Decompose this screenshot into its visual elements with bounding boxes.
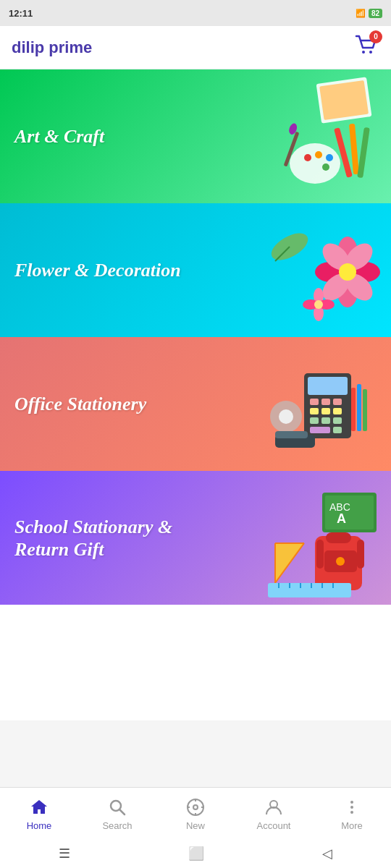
nav-label-home: Home: [27, 820, 52, 831]
svg-point-1: [369, 51, 372, 54]
system-back-icon[interactable]: ◁: [322, 846, 332, 861]
battery-indicator: 82: [369, 9, 382, 18]
svg-rect-38: [321, 408, 330, 414]
svg-point-9: [315, 151, 322, 158]
nav-label-search: Search: [102, 820, 132, 831]
svg-point-77: [194, 806, 197, 809]
header: dilip prime 0: [0, 26, 391, 69]
categories-list: Art & Craft Flower & Decoration: [0, 69, 391, 605]
svg-rect-42: [333, 417, 342, 424]
svg-rect-3: [319, 80, 369, 120]
svg-rect-5: [349, 124, 359, 174]
svg-rect-46: [357, 384, 361, 431]
cart-button[interactable]: 0: [353, 33, 379, 62]
nav-label-account: Account: [257, 820, 291, 831]
svg-point-49: [279, 409, 293, 424]
system-menu-icon[interactable]: ☰: [59, 846, 70, 861]
svg-line-74: [119, 809, 125, 814]
app-title: dilip prime: [12, 38, 92, 57]
svg-point-8: [304, 154, 311, 161]
svg-point-84: [350, 806, 353, 809]
svg-point-10: [326, 154, 333, 161]
category-label-art-craft: Art & Craft: [14, 125, 104, 148]
svg-rect-41: [321, 417, 330, 424]
bottom-navigation: Home Search New Account: [0, 787, 391, 839]
more-icon: [342, 797, 362, 817]
system-nav-bar: ☰ ⬜ ◁: [0, 839, 391, 868]
nav-item-home[interactable]: Home: [10, 797, 68, 831]
category-label-flower-decoration: Flower & Decoration: [14, 259, 181, 281]
nav-item-search[interactable]: Search: [88, 797, 146, 831]
svg-rect-60: [316, 540, 324, 569]
signal-icon: 📶: [356, 9, 366, 18]
status-bar: 12:11 📶 82: [0, 0, 391, 26]
category-banner-art-craft[interactable]: Art & Craft: [0, 69, 391, 203]
svg-point-25: [339, 263, 356, 281]
category-banner-office-stationery[interactable]: Office Stationery: [0, 337, 391, 471]
svg-point-0: [362, 51, 365, 54]
category-banner-school-stationary[interactable]: School Stationary & Return Gift ABC A: [0, 471, 391, 605]
status-time: 12:11: [9, 8, 33, 19]
svg-rect-43: [310, 427, 330, 433]
svg-rect-47: [363, 389, 367, 431]
cart-count: 0: [369, 30, 382, 43]
svg-rect-66: [268, 583, 351, 597]
content-spacer: [0, 605, 391, 720]
system-home-icon[interactable]: ⬜: [188, 846, 204, 861]
svg-text:A: A: [337, 511, 346, 526]
flower-decoration-illustration: [246, 203, 391, 337]
office-stationery-illustration: [246, 337, 391, 471]
school-stationary-illustration: ABC A: [246, 471, 391, 605]
svg-point-83: [350, 801, 353, 804]
svg-rect-45: [351, 388, 356, 431]
svg-rect-6: [357, 127, 370, 178]
category-label-office-stationery: Office Stationery: [14, 393, 146, 415]
svg-rect-36: [333, 399, 342, 405]
svg-rect-39: [333, 408, 342, 414]
svg-point-85: [350, 811, 353, 814]
svg-rect-34: [310, 399, 319, 405]
svg-rect-40: [310, 417, 319, 424]
nav-item-more[interactable]: More: [323, 797, 381, 831]
svg-rect-44: [333, 427, 342, 433]
svg-rect-57: [326, 532, 351, 543]
svg-rect-61: [357, 540, 364, 569]
svg-point-11: [322, 163, 329, 171]
account-icon: [264, 797, 284, 817]
nav-item-account[interactable]: Account: [245, 797, 303, 831]
svg-rect-35: [321, 399, 330, 405]
svg-rect-33: [308, 377, 348, 395]
art-craft-illustration: [246, 69, 391, 203]
home-icon: [29, 797, 49, 817]
svg-point-31: [314, 300, 323, 309]
new-icon: [185, 797, 206, 817]
status-right: 📶 82: [356, 9, 382, 18]
nav-label-more: More: [341, 820, 363, 831]
nav-label-new: New: [186, 820, 205, 831]
svg-rect-51: [275, 431, 308, 438]
svg-point-59: [336, 557, 345, 566]
nav-item-new[interactable]: New: [167, 797, 224, 831]
search-icon: [107, 797, 127, 817]
svg-rect-37: [310, 408, 319, 414]
category-label-school-stationary: School Stationary & Return Gift: [14, 515, 230, 560]
category-banner-flower-decoration[interactable]: Flower & Decoration: [0, 203, 391, 337]
svg-point-7: [290, 143, 340, 184]
